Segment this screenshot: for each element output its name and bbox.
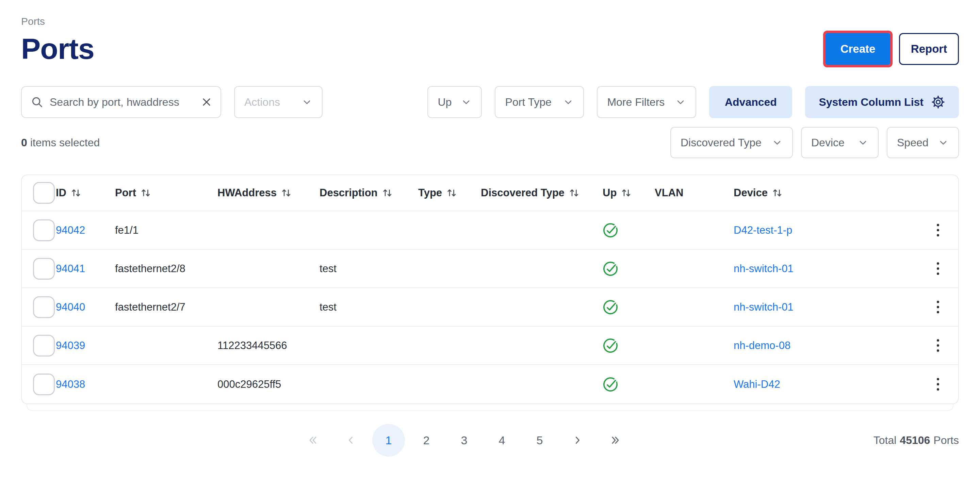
device-link[interactable]: D42-test-1-p [733,224,792,237]
up-filter-label: Up [438,96,452,108]
column-header-up[interactable]: Up [603,187,655,199]
page-button-5[interactable]: 5 [523,424,556,456]
selected-count-value: 0 [21,137,27,149]
row-checkbox[interactable] [33,296,55,318]
up-status-check-icon [603,299,618,315]
device-link[interactable]: nh-switch-01 [733,301,794,313]
table-header-row: ID Port HWAddress Description Type Disco… [22,175,958,211]
table-card-fold [27,404,953,411]
breadcrumb[interactable]: Ports [21,16,959,27]
page-button-2[interactable]: 2 [410,424,443,456]
row-actions-kebab-icon[interactable] [931,336,945,355]
table-row[interactable]: 94040 fastethernet2/7 test nh-switch-01 [22,288,958,327]
pagination: 1 2 3 4 5 Total 45106 Ports [21,424,959,458]
sort-icon[interactable] [772,187,783,199]
last-page-button[interactable] [599,424,632,456]
row-actions-kebab-icon[interactable] [931,259,945,278]
search-input[interactable] [50,96,195,108]
up-status-check-icon [603,223,618,238]
sort-icon[interactable] [140,187,152,199]
device-filter-dropdown[interactable]: Device [801,127,878,158]
up-status-check-icon [603,261,618,277]
port-id-link[interactable]: 94040 [56,301,85,313]
more-filters-label: More Filters [607,96,665,108]
sort-icon[interactable] [281,187,292,199]
device-link[interactable]: Wahi-D42 [733,378,780,391]
column-header-type[interactable]: Type [418,187,481,199]
page-button-1[interactable]: 1 [372,424,405,456]
sort-icon[interactable] [446,187,458,199]
page-button-3[interactable]: 3 [448,424,480,456]
chevron-down-icon [461,97,472,108]
column-header-vlan[interactable]: VLAN [655,187,733,199]
total-label: Total [873,434,897,447]
select-all-checkbox[interactable] [33,182,55,204]
row-actions-kebab-icon[interactable] [931,297,945,317]
chevron-down-icon [675,97,686,108]
table-row[interactable]: 94039 112233445566 nh-demo-08 [22,327,958,365]
row-actions-kebab-icon[interactable] [931,221,945,240]
table-row[interactable]: 94041 fastethernet2/8 test nh-switch-01 [22,250,958,288]
first-page-button[interactable] [297,424,329,456]
create-button[interactable]: Create [826,33,890,65]
port-id-link[interactable]: 94042 [56,224,85,237]
row-checkbox[interactable] [33,219,55,241]
column-header-hwaddress[interactable]: HWAddress [218,187,320,199]
port-type-filter-dropdown[interactable]: Port Type [495,86,584,118]
gear-icon [931,95,945,109]
hwaddress-cell: 000c29625ff5 [218,378,320,391]
description-cell: test [320,262,418,275]
sort-icon[interactable] [620,187,632,199]
more-filters-dropdown[interactable]: More Filters [597,86,696,118]
header-actions: Create Report [826,33,959,65]
column-header-port[interactable]: Port [115,187,218,199]
discovered-type-filter-dropdown[interactable]: Discovered Type [670,127,793,158]
sort-icon[interactable] [382,187,393,199]
table-row[interactable]: 94038 000c29625ff5 Wahi-D42 [22,365,958,404]
row-checkbox[interactable] [33,335,55,356]
actions-dropdown[interactable]: Actions [234,86,323,118]
chevron-down-icon [301,97,312,108]
next-page-button[interactable] [561,424,594,456]
column-header-description[interactable]: Description [320,187,418,199]
port-id-link[interactable]: 94039 [56,340,85,352]
port-cell: fastethernet2/7 [115,301,218,313]
clear-search-icon[interactable] [201,96,212,108]
chevron-down-icon [858,137,869,148]
selected-count-text: items selected [27,137,100,149]
report-button[interactable]: Report [899,33,959,65]
discovered-type-filter-label: Discovered Type [681,137,762,149]
device-link[interactable]: nh-switch-01 [733,262,794,275]
page-header: Ports Create Report [21,32,959,66]
speed-filter-label: Speed [897,137,929,149]
port-id-link[interactable]: 94038 [56,378,85,391]
column-header-discovered-type[interactable]: Discovered Type [481,187,603,199]
row-checkbox[interactable] [33,258,55,280]
column-header-id[interactable]: ID [56,187,115,199]
total-value: 45106 [900,434,930,447]
table-row[interactable]: 94042 fe1/1 D42-test-1-p [22,211,958,250]
column-header-device[interactable]: Device [733,187,917,199]
page-button-4[interactable]: 4 [485,424,518,456]
secondary-filters: Discovered Type Device Speed [670,127,959,158]
advanced-button[interactable]: Advanced [709,86,792,118]
port-cell: fastethernet2/8 [115,262,218,275]
search-box[interactable] [21,86,221,118]
actions-dropdown-label: Actions [244,96,280,108]
row-checkbox[interactable] [33,374,55,395]
device-filter-label: Device [811,137,845,149]
search-icon [30,95,43,108]
previous-page-button[interactable] [334,424,367,456]
row-actions-kebab-icon[interactable] [931,375,945,394]
up-status-check-icon [603,338,618,353]
sort-icon[interactable] [70,187,82,199]
speed-filter-dropdown[interactable]: Speed [887,127,959,158]
up-status-check-icon [603,377,618,392]
chevron-down-icon [938,137,949,148]
up-filter-dropdown[interactable]: Up [427,86,482,118]
device-link[interactable]: nh-demo-08 [733,340,791,352]
port-id-link[interactable]: 94041 [56,262,85,275]
sort-icon[interactable] [569,187,580,199]
total-count: Total 45106 Ports [873,424,959,456]
system-column-list-button[interactable]: System Column List [805,86,959,118]
